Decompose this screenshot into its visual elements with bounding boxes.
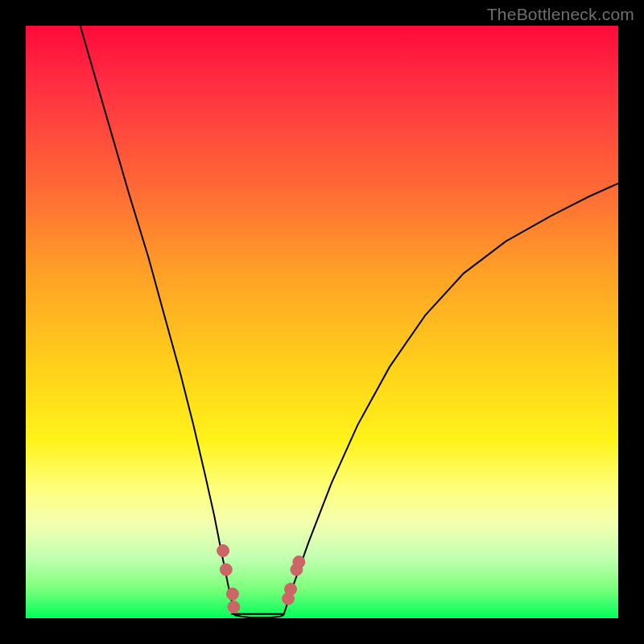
marker-dot bbox=[293, 556, 305, 568]
marker-dot bbox=[285, 583, 297, 595]
marker-dot bbox=[226, 588, 238, 600]
curve-right-branch bbox=[283, 184, 618, 616]
bottleneck-curve bbox=[26, 26, 618, 618]
marker-dot bbox=[220, 564, 232, 576]
chart-container: TheBottleneck.com bbox=[0, 0, 644, 644]
marker-dot bbox=[217, 545, 229, 557]
watermark: TheBottleneck.com bbox=[487, 5, 634, 24]
marker-dot bbox=[228, 601, 240, 613]
curve-left-branch bbox=[80, 26, 284, 617]
plot-area bbox=[26, 26, 618, 618]
curve-markers bbox=[217, 545, 305, 613]
